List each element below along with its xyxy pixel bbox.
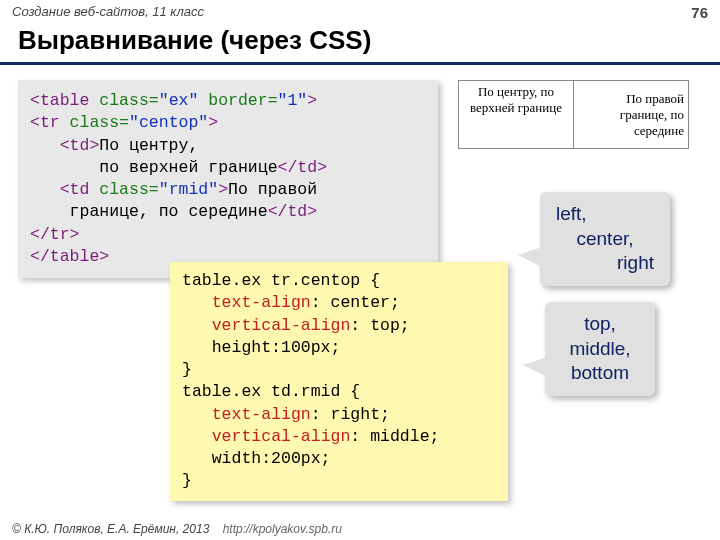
- callout-vertical-align-values: top, middle, bottom: [545, 302, 655, 396]
- callout-line: left,: [556, 202, 654, 227]
- slide-header: Создание веб-сайтов, 11 класс 76: [0, 0, 720, 23]
- code-text: table.ex tr.centop {: [182, 271, 380, 290]
- code-text: "rmid": [159, 180, 218, 199]
- code-text: }: [182, 471, 192, 490]
- code-text: class=: [99, 91, 158, 110]
- code-text: [182, 293, 212, 312]
- course-label: Создание веб-сайтов, 11 класс: [12, 4, 204, 21]
- callout-line: center,: [556, 227, 654, 252]
- code-text: >: [307, 91, 317, 110]
- code-text: "centop": [129, 113, 208, 132]
- code-text: text-align: [212, 405, 311, 424]
- code-text: width:200px;: [182, 449, 331, 468]
- table-row: По центру, по верхней границе По правой …: [459, 81, 689, 149]
- page-title: Выравнивание (через CSS): [0, 23, 720, 65]
- html-code-block: <table class="ex" border="1"> <tr class=…: [18, 80, 438, 278]
- code-text: по верхней границе: [30, 158, 278, 177]
- callout-tail-icon: [518, 247, 542, 267]
- code-text: <td: [30, 180, 99, 199]
- code-text: >: [208, 113, 218, 132]
- copyright: © К.Ю. Поляков, Е.А. Ерёмин, 2013: [12, 522, 209, 536]
- code-text: }: [182, 360, 192, 379]
- code-text: [182, 405, 212, 424]
- code-text: <tr: [30, 113, 70, 132]
- code-text: "1": [278, 91, 308, 110]
- code-text: >: [218, 180, 228, 199]
- callout-line: top,: [561, 312, 639, 337]
- callout-tail-icon: [523, 357, 547, 377]
- callout-line: bottom: [561, 361, 639, 386]
- code-text: vertical-align: [212, 427, 351, 446]
- code-text: <td>: [30, 136, 99, 155]
- code-text: [182, 316, 212, 335]
- code-text: : middle;: [350, 427, 439, 446]
- code-text: class=: [70, 113, 129, 132]
- code-text: По правой: [228, 180, 317, 199]
- slide-footer: © К.Ю. Поляков, Е.А. Ерёмин, 2013 http:/…: [12, 522, 342, 536]
- code-text: [182, 427, 212, 446]
- example-cell-right-middle: По правой границе, по середине: [574, 81, 689, 149]
- callout-line: middle,: [561, 337, 639, 362]
- code-text: <table: [30, 91, 99, 110]
- code-text: границе, по середине: [30, 202, 268, 221]
- code-text: text-align: [212, 293, 311, 312]
- example-cell-center-top: По центру, по верхней границе: [459, 81, 574, 149]
- code-text: </td>: [278, 158, 328, 177]
- code-text: border=: [198, 91, 277, 110]
- callout-line: right: [556, 251, 654, 276]
- code-text: </table>: [30, 247, 109, 266]
- callout-text-align-values: left, center, right: [540, 192, 670, 286]
- code-text: </td>: [268, 202, 318, 221]
- footer-url: http://kpolyakov.spb.ru: [223, 522, 342, 536]
- code-text: height:100px;: [182, 338, 340, 357]
- code-text: По центру,: [99, 136, 198, 155]
- code-text: vertical-align: [212, 316, 351, 335]
- code-text: : center;: [311, 293, 400, 312]
- code-text: : top;: [350, 316, 409, 335]
- code-text: : right;: [311, 405, 390, 424]
- code-text: </tr>: [30, 225, 80, 244]
- code-text: class=: [99, 180, 158, 199]
- example-table: По центру, по верхней границе По правой …: [458, 80, 689, 149]
- css-code-block: table.ex tr.centop { text-align: center;…: [170, 262, 508, 501]
- code-text: "ex": [159, 91, 199, 110]
- page-number: 76: [691, 4, 708, 21]
- code-text: table.ex td.rmid {: [182, 382, 360, 401]
